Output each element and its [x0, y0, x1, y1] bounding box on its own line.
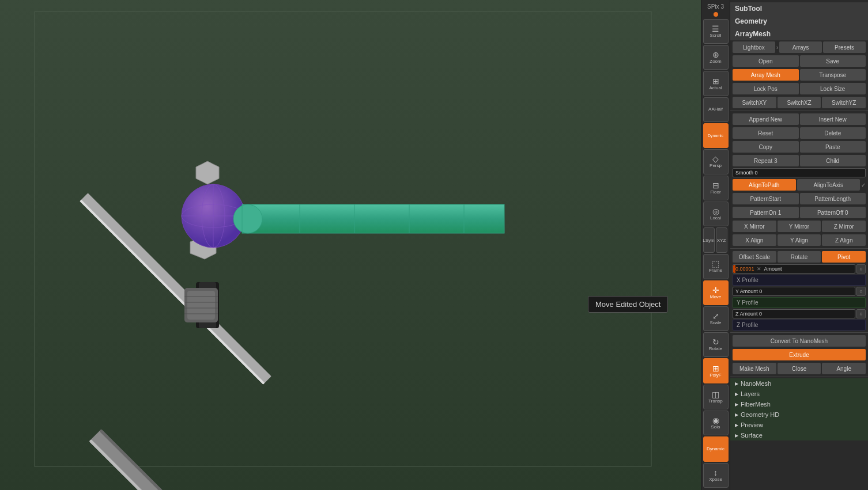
layers-arrow: ▶ — [735, 392, 738, 397]
solo-label: Solo — [711, 425, 720, 430]
pivot-btn[interactable]: Pivot — [822, 251, 866, 263]
fibermesh-header[interactable]: ▶ FiberMesh — [730, 399, 868, 409]
dynamic-btn[interactable]: Dynamic — [703, 436, 729, 461]
xpose-icon: ↕ — [714, 469, 718, 477]
local-btn[interactable]: ◎ Local — [703, 202, 729, 226]
lsym-btn[interactable]: LSym — [703, 227, 715, 253]
patternlength-btn[interactable]: PatternLength — [800, 193, 866, 204]
x-mirror-btn[interactable]: X Mirror — [733, 221, 776, 232]
preview-arrow: ▶ — [735, 423, 738, 428]
aahalf-label: AAHalf — [708, 107, 723, 112]
spix-label: SPix 3 — [707, 3, 724, 10]
delete-btn[interactable]: Delete — [800, 127, 866, 139]
z-amount-slider[interactable]: Z Amount 0 — [733, 309, 855, 318]
make-mesh-btn[interactable]: Make Mesh — [733, 363, 776, 374]
arraymesh-section[interactable]: ArrayMesh — [730, 28, 868, 40]
xyz-btn[interactable]: XYZ — [716, 227, 727, 253]
open-save-row: Open Save — [730, 54, 868, 68]
move-btn[interactable]: ✛ Move — [703, 280, 729, 305]
viewport[interactable]: Move Edited Object — [0, 0, 701, 490]
z-profile-label[interactable]: Z Profile — [733, 320, 866, 331]
z-amount-end-btn[interactable]: ○ — [856, 309, 866, 318]
patternoff-btn[interactable]: PatternOff 0 — [800, 207, 866, 218]
align-xyz-row: X Align Y Align Z Align — [730, 233, 868, 247]
spix-indicator: SPix 3 — [706, 2, 725, 11]
nanomesh-header[interactable]: ▶ NanoMesh — [730, 378, 868, 389]
x-amount-row: 0.00001 ✕ Amount ○ — [730, 264, 868, 274]
child-btn[interactable]: Child — [800, 155, 866, 166]
y-amount-slider[interactable]: Y Amount 0 — [733, 287, 855, 296]
z-mirror-btn[interactable]: Z Mirror — [822, 221, 866, 232]
subtool-section[interactable]: SubTool — [730, 2, 868, 15]
x-profile-label[interactable]: X Profile — [733, 275, 866, 286]
y-profile-label[interactable]: Y Profile — [733, 297, 866, 308]
array-mesh-btn[interactable]: Array Mesh — [733, 69, 799, 81]
polyf-btn[interactable]: ⊞ PolyF — [703, 358, 729, 383]
rotate-btn2[interactable]: Rotate — [778, 251, 821, 263]
presets-btn[interactable]: Presets — [823, 41, 866, 53]
scroll-btn[interactable]: ☰ Scroll — [703, 19, 729, 44]
svg-rect-0 — [0, 0, 701, 490]
y-amount-end-btn[interactable]: ○ — [856, 287, 866, 296]
persp-btn[interactable]: ◇ Persp — [703, 149, 729, 174]
floor-label: Floor — [710, 190, 720, 195]
floor-btn[interactable]: ⊟ Floor — [703, 176, 729, 200]
x-amount-slider[interactable]: 0.00001 ✕ Amount — [733, 264, 855, 274]
nanomesh-arrow: ▶ — [735, 381, 738, 386]
switchyz-btn[interactable]: SwitchYZ — [822, 97, 866, 108]
layers-label: Layers — [741, 390, 760, 397]
x-profile-row: X Profile — [730, 274, 868, 286]
preview-header[interactable]: ▶ Preview — [730, 420, 868, 430]
solo-btn[interactable]: ◉ Solo — [703, 411, 729, 435]
patternon-btn[interactable]: PatternOn 1 — [733, 207, 799, 218]
reset-delete-row: Reset Delete — [730, 126, 868, 140]
copy-btn[interactable]: Copy — [733, 141, 799, 153]
arrays-btn[interactable]: Arrays — [779, 41, 822, 53]
smooth-slider[interactable]: Smooth 0 — [733, 168, 866, 177]
append-new-btn[interactable]: Append New — [733, 113, 799, 125]
aahalf-btn[interactable]: AAHalf — [703, 97, 729, 122]
z-align-btn[interactable]: Z Align — [822, 234, 866, 246]
y-align-btn[interactable]: Y Align — [778, 234, 821, 246]
close-btn[interactable]: Close — [778, 363, 821, 374]
orange-indicator — [714, 12, 718, 17]
open-btn[interactable]: Open — [733, 55, 799, 67]
paste-btn[interactable]: Paste — [800, 141, 866, 153]
xpose-btn[interactable]: ↕ Xpose — [703, 463, 729, 488]
lightbox-btn[interactable]: Lightbox — [733, 41, 775, 53]
geometry-section-top[interactable]: Geometry — [730, 15, 868, 28]
polyf-label: PolyF — [710, 373, 721, 378]
surface-header[interactable]: ▶ Surface — [730, 430, 868, 440]
x-align-btn[interactable]: X Align — [733, 234, 776, 246]
convert-nanomesh-btn[interactable]: Convert To NanoMesh — [733, 335, 866, 347]
frame-btn[interactable]: ⬚ Frame — [703, 254, 729, 279]
rotate-btn[interactable]: ↻ Rotate — [703, 332, 729, 357]
insert-new-btn[interactable]: Insert New — [800, 113, 866, 125]
offset-scale-btn[interactable]: Offset Scale — [733, 251, 776, 263]
save-btn[interactable]: Save — [800, 55, 866, 67]
switchxy-btn[interactable]: SwitchXY — [733, 97, 776, 108]
transpose-btn[interactable]: Transpose — [800, 69, 866, 81]
scale-btn[interactable]: ⤢ Scale — [703, 306, 729, 331]
patternstart-btn[interactable]: PatternStart — [733, 193, 799, 204]
arraymesh-transpose-row: Array Mesh Transpose — [730, 68, 868, 82]
y-mirror-btn[interactable]: Y Mirror — [778, 221, 821, 232]
zoom-btn[interactable]: ⊕ Zoom — [703, 45, 729, 70]
layers-header[interactable]: ▶ Layers — [730, 389, 868, 399]
z-amount-row: Z Amount 0 ○ — [730, 309, 868, 319]
reset-btn[interactable]: Reset — [733, 127, 799, 139]
repeat-btn[interactable]: Repeat 3 — [733, 155, 799, 166]
angle-btn[interactable]: Angle — [822, 363, 866, 374]
lock-size-btn[interactable]: Lock Size — [800, 83, 866, 94]
polyf-icon: ⊞ — [712, 364, 719, 373]
x-amount-end-btn[interactable]: ○ — [856, 264, 866, 274]
extrude-btn[interactable]: Extrude — [733, 349, 866, 360]
lock-pos-btn[interactable]: Lock Pos — [733, 83, 799, 94]
transp-btn[interactable]: ◫ Transp — [703, 385, 729, 409]
aligntoaxis-btn[interactable]: AlignToAxis — [797, 179, 861, 191]
aligntopath-btn[interactable]: AlignToPath — [733, 179, 796, 191]
dynamic-indicator[interactable]: Dynamic — [703, 123, 729, 148]
actual-btn[interactable]: ⊞ Actual — [703, 71, 729, 96]
geometry-hd-header[interactable]: ▶ Geometry HD — [730, 409, 868, 420]
switchxz-btn[interactable]: SwitchXZ — [778, 97, 821, 108]
